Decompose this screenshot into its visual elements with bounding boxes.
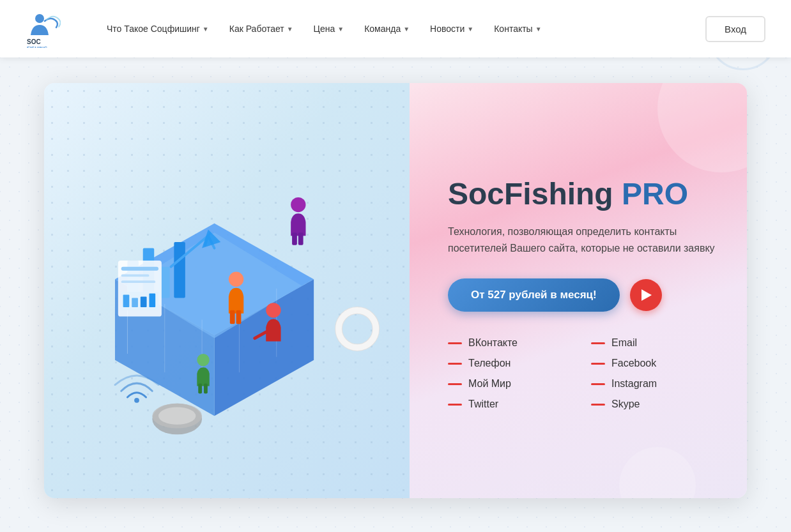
svg-point-35 bbox=[339, 310, 376, 347]
nav-item-news[interactable]: Новости ▼ bbox=[422, 19, 481, 39]
hero-card: SocFishing PRO Технология, позволяющая о… bbox=[44, 83, 747, 498]
nav-item-team[interactable]: Команда ▼ bbox=[357, 19, 417, 39]
cta-row: От 527 рублей в месяц! bbox=[448, 278, 715, 312]
login-button[interactable]: Вход bbox=[705, 16, 765, 42]
svg-rect-15 bbox=[121, 274, 150, 277]
hero-content: SocFishing PRO Технология, позволяющая о… bbox=[410, 83, 747, 498]
feature-dash-icon bbox=[591, 404, 605, 406]
feature-dash-icon bbox=[448, 363, 462, 365]
hero-illustration bbox=[44, 83, 410, 498]
svg-point-0 bbox=[35, 14, 44, 23]
logo-icon: SOC FISHING bbox=[26, 10, 61, 48]
nav-item-contacts[interactable]: Контакты ▼ bbox=[486, 19, 549, 39]
svg-point-25 bbox=[229, 272, 243, 287]
svg-rect-16 bbox=[121, 280, 155, 283]
nav-item-socfishing[interactable]: Что Такое Соцфишинг ▼ bbox=[99, 19, 217, 39]
hero-title: SocFishing PRO bbox=[448, 178, 715, 211]
chevron-down-icon: ▼ bbox=[337, 26, 344, 33]
feature-dash-icon bbox=[591, 363, 605, 365]
svg-rect-20 bbox=[141, 296, 147, 307]
feature-skype: Skype bbox=[591, 399, 715, 410]
svg-rect-24 bbox=[298, 232, 303, 245]
chevron-down-icon: ▼ bbox=[403, 26, 410, 33]
svg-rect-31 bbox=[198, 384, 202, 394]
svg-rect-26 bbox=[230, 310, 235, 324]
svg-rect-21 bbox=[149, 294, 155, 307]
svg-rect-14 bbox=[121, 267, 158, 271]
feature-vkontakte: ВКонтакте bbox=[448, 337, 572, 349]
feature-moy-mir: Мой Мир bbox=[448, 378, 572, 390]
svg-point-28 bbox=[266, 303, 280, 317]
svg-rect-11 bbox=[174, 242, 185, 298]
feature-dash-icon bbox=[591, 342, 605, 344]
feature-instagram: Instagram bbox=[591, 378, 715, 390]
svg-text:FISHING: FISHING bbox=[27, 45, 47, 48]
svg-point-22 bbox=[291, 197, 305, 212]
hero-section: SocFishing PRO Технология, позволяющая о… bbox=[44, 83, 747, 498]
svg-rect-32 bbox=[204, 384, 208, 394]
chevron-down-icon: ▼ bbox=[467, 26, 473, 33]
chevron-down-icon: ▼ bbox=[535, 26, 542, 33]
feature-phone: Телефон bbox=[448, 358, 572, 369]
svg-rect-23 bbox=[292, 232, 297, 245]
feature-facebook: Facebook bbox=[591, 358, 715, 369]
svg-point-30 bbox=[197, 354, 209, 366]
feature-dash-icon bbox=[448, 383, 462, 385]
nav-item-price[interactable]: Цена ▼ bbox=[306, 19, 352, 39]
header: SOC FISHING Что Такое Соцфишинг ▼ Как Ра… bbox=[0, 0, 791, 57]
cta-button[interactable]: От 527 рублей в месяц! bbox=[448, 278, 620, 312]
main-nav: Что Такое Соцфишинг ▼ Как Работает ▼ Цен… bbox=[99, 19, 705, 39]
svg-point-33 bbox=[134, 398, 139, 403]
svg-rect-19 bbox=[132, 298, 138, 307]
feature-dash-icon bbox=[448, 404, 462, 406]
svg-rect-27 bbox=[236, 310, 242, 324]
svg-rect-18 bbox=[123, 295, 130, 307]
hero-subtitle: Технология, позволяющая определить конта… bbox=[448, 224, 715, 256]
feature-dash-icon bbox=[448, 342, 462, 344]
feature-twitter: Twitter bbox=[448, 399, 572, 410]
logo-link[interactable]: SOC FISHING bbox=[26, 10, 61, 48]
isometric-illustration bbox=[72, 141, 382, 473]
svg-point-38 bbox=[158, 407, 196, 425]
features-grid: ВКонтакте Email Телефон Facebook Мой Мир bbox=[448, 337, 715, 410]
svg-text:SOC: SOC bbox=[27, 38, 41, 45]
nav-item-how-works[interactable]: Как Работает ▼ bbox=[222, 19, 301, 39]
feature-dash-icon bbox=[591, 383, 605, 385]
feature-email: Email bbox=[591, 337, 715, 349]
chevron-down-icon: ▼ bbox=[203, 26, 209, 33]
play-button[interactable] bbox=[630, 279, 662, 311]
chevron-down-icon: ▼ bbox=[287, 26, 293, 33]
play-icon bbox=[641, 289, 652, 301]
